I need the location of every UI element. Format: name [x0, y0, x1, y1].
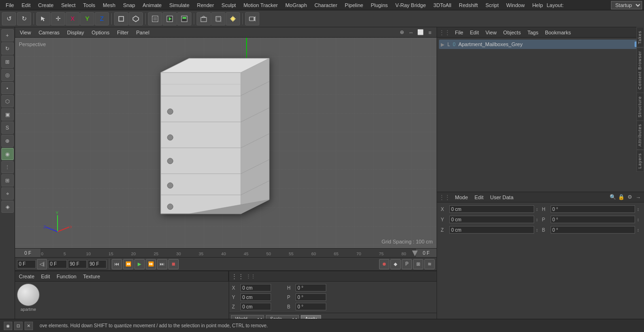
- menu-sculpt[interactable]: Sculpt: [218, 1, 240, 9]
- select-tool-button[interactable]: [36, 12, 50, 25]
- start-frame-input[interactable]: [17, 260, 36, 268]
- timeline-view-btn[interactable]: ⊞: [413, 259, 423, 269]
- coord-p-rot-input[interactable]: [296, 293, 326, 301]
- sidebar-live-btn[interactable]: ◉: [1, 148, 14, 160]
- end-frame-display[interactable]: 0 F: [415, 249, 437, 257]
- stop-btn[interactable]: ⏹: [168, 259, 179, 269]
- menu-animate[interactable]: Animate: [139, 1, 165, 9]
- attr-lock-icon[interactable]: 🔒: [618, 194, 625, 201]
- attr-user-data[interactable]: User Data: [488, 194, 516, 201]
- objects-objects[interactable]: Objects: [501, 29, 522, 36]
- tab-takes[interactable]: Takes: [636, 27, 644, 48]
- menu-file[interactable]: File: [2, 1, 18, 9]
- objects-bookmarks[interactable]: Bookmarks: [543, 29, 573, 36]
- sidebar-rotate-btn[interactable]: ↻: [1, 42, 14, 55]
- material-edit[interactable]: Edit: [39, 273, 52, 280]
- menu-plugins[interactable]: Plugins: [367, 1, 391, 9]
- camera-btn[interactable]: [245, 12, 259, 25]
- attr-y-pos-input[interactable]: [449, 216, 534, 223]
- layout-select[interactable]: Startup: [611, 1, 642, 9]
- viewport-lock-icon[interactable]: ↔: [407, 29, 415, 36]
- viewport-panel-menu[interactable]: Panel: [134, 29, 151, 36]
- sidebar-edge-btn[interactable]: ⬡: [1, 95, 14, 107]
- attr-p-arrow[interactable]: ↕: [636, 217, 640, 222]
- object-expand-icon[interactable]: ▶: [441, 42, 445, 47]
- objects-edit[interactable]: Edit: [468, 29, 481, 36]
- attr-drag-handle[interactable]: ⋮⋮: [439, 194, 450, 201]
- undo-button[interactable]: ↺: [2, 12, 16, 25]
- coord-h-rot-input[interactable]: [296, 284, 326, 292]
- menu-character[interactable]: Character: [311, 1, 341, 9]
- attr-x-pos-input[interactable]: [449, 205, 534, 213]
- status-icon-3[interactable]: ✕: [25, 322, 33, 330]
- material-texture[interactable]: Texture: [81, 273, 102, 280]
- sidebar-scale-btn[interactable]: ⊞: [1, 56, 14, 68]
- menu-pipeline[interactable]: Pipeline: [341, 1, 367, 9]
- objects-tags[interactable]: Tags: [526, 29, 540, 36]
- attr-y-arrow[interactable]: ↕: [535, 217, 539, 222]
- end-frame-input[interactable]: [88, 260, 107, 268]
- status-icon-1[interactable]: ◉: [4, 322, 12, 330]
- menu-3dtoall[interactable]: 3DToAll: [429, 1, 455, 9]
- attr-h-arrow[interactable]: ↕: [636, 207, 640, 212]
- perspective-view-button[interactable]: [197, 12, 211, 25]
- sidebar-snap-btn[interactable]: ⋮: [1, 161, 14, 173]
- menu-motion-tracker[interactable]: Motion Tracker: [239, 1, 281, 9]
- preview-start-input[interactable]: [48, 260, 67, 268]
- preview-end-input[interactable]: [68, 260, 87, 268]
- menu-simulate[interactable]: Simulate: [165, 1, 193, 9]
- sidebar-uvw-btn[interactable]: S: [1, 121, 14, 134]
- menu-mograph[interactable]: MoGraph: [281, 1, 311, 9]
- material-create[interactable]: Create: [17, 273, 36, 280]
- menu-create[interactable]: Create: [34, 1, 58, 9]
- menu-script[interactable]: Script: [482, 1, 503, 9]
- objects-drag-handle[interactable]: ⋮⋮: [439, 29, 450, 36]
- render-queue-button[interactable]: [177, 12, 191, 25]
- dresser-object[interactable]: [147, 44, 279, 224]
- attr-arrow-icon[interactable]: →: [635, 194, 642, 201]
- objects-file[interactable]: File: [453, 29, 465, 36]
- scale-y-button[interactable]: Y: [80, 12, 94, 25]
- attr-mode[interactable]: Mode: [453, 194, 470, 201]
- record-btn[interactable]: ⏺: [379, 259, 389, 269]
- sidebar-extra1-btn[interactable]: ⌖: [1, 187, 14, 200]
- menu-help[interactable]: Help: [528, 1, 547, 9]
- light-button[interactable]: [226, 12, 240, 25]
- timeline[interactable]: 0 F 051015202530354045505560657075808590…: [15, 248, 437, 258]
- render-view-button[interactable]: [163, 12, 177, 25]
- attr-p-input[interactable]: [551, 216, 636, 223]
- object-mode-button[interactable]: [129, 12, 143, 25]
- attr-edit[interactable]: Edit: [473, 194, 486, 201]
- dope-sheet-btn[interactable]: ≋: [424, 259, 435, 269]
- menu-vray[interactable]: V-Ray Bridge: [392, 1, 430, 9]
- attr-settings-icon[interactable]: ⚙: [626, 194, 634, 201]
- timeline-ruler[interactable]: 051015202530354045505560657075808590: [41, 249, 415, 257]
- step-back-btn[interactable]: ⏪: [123, 259, 133, 269]
- sidebar-axis-btn[interactable]: ⊕: [1, 135, 14, 147]
- play-btn[interactable]: ▶: [134, 259, 145, 269]
- prev-frame-step[interactable]: ◁|: [37, 259, 47, 269]
- sidebar-obj-btn[interactable]: ◎: [1, 69, 14, 81]
- viewport-view-menu[interactable]: View: [18, 29, 33, 36]
- menu-snap[interactable]: Snap: [119, 1, 139, 9]
- viewport-cameras-menu[interactable]: Cameras: [37, 29, 62, 36]
- coord-x-pos-input[interactable]: [240, 284, 271, 292]
- attr-z-arrow[interactable]: ↕: [535, 227, 539, 233]
- sidebar-move-btn[interactable]: +: [1, 29, 14, 41]
- sidebar-extra2-btn[interactable]: ◈: [1, 201, 14, 213]
- redo-button[interactable]: ↻: [17, 12, 31, 25]
- model-mode-button[interactable]: [114, 12, 128, 25]
- menu-edit[interactable]: Edit: [18, 1, 34, 9]
- attr-h-input[interactable]: [551, 205, 636, 213]
- go-end-btn[interactable]: ⏭: [157, 259, 167, 269]
- viewport-toggle-icon[interactable]: ⊕: [398, 29, 405, 36]
- viewport-display-menu[interactable]: Display: [65, 29, 86, 36]
- sidebar-grid-btn[interactable]: ⊞: [1, 174, 14, 186]
- coord-b-rot-input[interactable]: [296, 303, 326, 310]
- tab-attributes[interactable]: Attributes: [636, 121, 644, 150]
- menu-mesh[interactable]: Mesh: [99, 1, 119, 9]
- sidebar-point-btn[interactable]: •: [1, 82, 14, 94]
- coord-y-pos-input[interactable]: [240, 293, 271, 301]
- attr-b-arrow[interactable]: ↕: [636, 227, 640, 233]
- sidebar-poly-btn[interactable]: ▣: [1, 108, 14, 121]
